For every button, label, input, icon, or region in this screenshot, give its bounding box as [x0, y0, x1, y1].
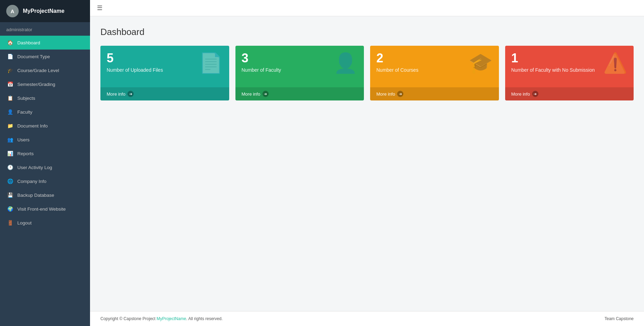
backup-database-icon: 💾 — [7, 192, 13, 198]
stat-card-text-faculty: 3 Number of Faculty — [242, 52, 281, 73]
main-content: ☰ Dashboard 5 Number of Uploaded Files 📄… — [90, 0, 644, 326]
faculty-icon: 👤 — [7, 109, 13, 115]
stat-card-text-no-submission: 1 Number of Faculty with No Submission — [511, 52, 595, 73]
stat-card-text-uploaded-files: 5 Number of Uploaded Files — [107, 52, 163, 73]
stat-label-uploaded-files: Number of Uploaded Files — [107, 67, 163, 73]
sidebar-item-document-info[interactable]: 📁 Document Info — [0, 119, 90, 133]
course-grade-level-icon: 🎓 — [7, 67, 13, 73]
sidebar-item-course-grade-level[interactable]: 🎓 Course/Grade Level — [0, 63, 90, 77]
stat-card-more-info-uploaded-files[interactable]: More info ➜ — [100, 87, 229, 100]
sidebar-nav: 🏠 Dashboard 📄 Document Type 🎓 Course/Gra… — [0, 36, 90, 230]
stat-icon-uploaded-files: 📄 — [199, 53, 223, 73]
sidebar-item-dashboard[interactable]: 🏠 Dashboard — [0, 36, 90, 50]
sidebar-label-logout: Logout — [17, 220, 32, 226]
arrow-icon-no-submission: ➜ — [532, 91, 538, 97]
footer-right: Team Capstone — [605, 316, 634, 321]
sidebar-item-users[interactable]: 👥 Users — [0, 133, 90, 147]
topbar: ☰ — [90, 0, 644, 16]
stat-number-no-submission: 1 — [511, 52, 595, 64]
document-info-icon: 📁 — [7, 123, 13, 129]
stat-card-no-submission: 1 Number of Faculty with No Submission ⚠… — [505, 46, 634, 100]
sidebar-label-backup-database: Backup Database — [17, 193, 54, 198]
sidebar-label-company-info: Company Info — [17, 179, 46, 184]
stat-number-faculty: 3 — [242, 52, 281, 64]
dashboard-icon: 🏠 — [7, 39, 13, 46]
stat-card-more-info-courses[interactable]: More info ➜ — [370, 87, 499, 100]
subjects-icon: 📋 — [7, 95, 13, 101]
sidebar-label-semester-grading: Semester/Grading — [17, 82, 55, 87]
stat-card-courses: 2 Number of Courses 🎓 More info ➜ — [370, 46, 499, 100]
stat-label-courses: Number of Courses — [376, 67, 418, 73]
stat-label-faculty: Number of Faculty — [242, 67, 281, 73]
sidebar-label-user-activity-log: User Activity Log — [17, 165, 52, 170]
page-title: Dashboard — [100, 27, 634, 37]
arrow-icon-faculty: ➜ — [262, 91, 269, 97]
company-info-icon: 🌐 — [7, 178, 13, 184]
semester-grading-icon: 📅 — [7, 81, 13, 87]
stat-number-courses: 2 — [376, 52, 418, 64]
sidebar-label-visit-frontend: Visit Front-end Website — [17, 206, 66, 212]
stat-card-top-uploaded-files: 5 Number of Uploaded Files 📄 — [100, 46, 229, 87]
sidebar-label-document-type: Document Type — [17, 54, 50, 59]
sidebar-label-subjects: Subjects — [17, 96, 35, 101]
user-activity-log-icon: 🕐 — [7, 164, 13, 170]
menu-toggle-icon[interactable]: ☰ — [97, 4, 102, 12]
logout-icon: 🚪 — [7, 220, 13, 226]
document-type-icon: 📄 — [7, 53, 13, 60]
content-area: Dashboard 5 Number of Uploaded Files 📄 M… — [90, 16, 644, 311]
stat-icon-no-submission: ⚠️ — [603, 53, 627, 73]
sidebar-label-dashboard: Dashboard — [17, 40, 40, 45]
arrow-icon-courses: ➜ — [397, 91, 403, 97]
sidebar-item-user-activity-log[interactable]: 🕐 User Activity Log — [0, 160, 90, 174]
sidebar-header: A MyProjectName — [0, 0, 90, 22]
sidebar-item-faculty[interactable]: 👤 Faculty — [0, 105, 90, 119]
reports-icon: 📊 — [7, 150, 13, 157]
arrow-icon-uploaded-files: ➜ — [127, 91, 134, 97]
stat-label-no-submission: Number of Faculty with No Submission — [511, 67, 595, 73]
stats-cards-row: 5 Number of Uploaded Files 📄 More info ➜… — [100, 46, 634, 100]
sidebar-item-backup-database[interactable]: 💾 Backup Database — [0, 188, 90, 202]
sidebar-item-semester-grading[interactable]: 📅 Semester/Grading — [0, 77, 90, 91]
sidebar: A MyProjectName administrator 🏠 Dashboar… — [0, 0, 90, 326]
sidebar-label-users: Users — [17, 137, 29, 142]
sidebar-label-document-info: Document Info — [17, 123, 48, 129]
stat-card-more-info-faculty[interactable]: More info ➜ — [235, 87, 364, 100]
sidebar-label-faculty: Faculty — [17, 109, 33, 115]
stat-card-top-no-submission: 1 Number of Faculty with No Submission ⚠… — [505, 46, 634, 87]
sidebar-logo: A — [6, 5, 19, 17]
sidebar-project-name: MyProjectName — [23, 8, 64, 14]
sidebar-item-document-type[interactable]: 📄 Document Type — [0, 50, 90, 63]
stat-card-more-info-no-submission[interactable]: More info ➜ — [505, 87, 634, 100]
stat-icon-courses: 🎓 — [468, 53, 493, 73]
sidebar-label-course-grade-level: Course/Grade Level — [17, 68, 59, 73]
sidebar-item-logout[interactable]: 🚪 Logout — [0, 216, 90, 230]
sidebar-item-subjects[interactable]: 📋 Subjects — [0, 91, 90, 105]
sidebar-item-company-info[interactable]: 🌐 Company Info — [0, 174, 90, 188]
sidebar-label-reports: Reports — [17, 151, 34, 156]
stat-card-text-courses: 2 Number of Courses — [376, 52, 418, 73]
footer-project-link[interactable]: MyProjectName — [156, 316, 186, 321]
stat-card-uploaded-files: 5 Number of Uploaded Files 📄 More info ➜ — [100, 46, 229, 100]
sidebar-item-visit-frontend[interactable]: 🌍 Visit Front-end Website — [0, 202, 90, 216]
stat-card-top-faculty: 3 Number of Faculty 👤 — [235, 46, 364, 87]
sidebar-item-reports[interactable]: 📊 Reports — [0, 147, 90, 160]
footer: Copyright © Capstone Project MyProjectNa… — [90, 311, 644, 326]
footer-copyright: Copyright © Capstone Project MyProjectNa… — [100, 316, 223, 321]
stat-card-faculty: 3 Number of Faculty 👤 More info ➜ — [235, 46, 364, 100]
visit-frontend-icon: 🌍 — [7, 206, 13, 212]
stat-number-uploaded-files: 5 — [107, 52, 163, 64]
stat-icon-faculty: 👤 — [333, 53, 358, 73]
sidebar-user: administrator — [0, 22, 90, 36]
stat-card-top-courses: 2 Number of Courses 🎓 — [370, 46, 499, 87]
users-icon: 👥 — [7, 136, 13, 143]
